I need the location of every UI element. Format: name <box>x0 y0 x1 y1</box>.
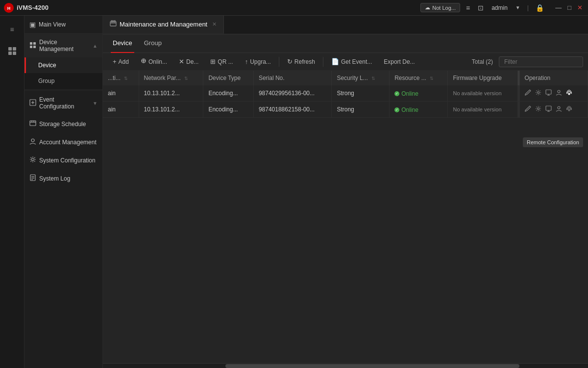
online-label: Onlin... <box>148 58 167 65</box>
remote-config-icon-1[interactable] <box>566 89 572 97</box>
toolbar-separator <box>279 57 279 67</box>
sidebar-header-account-management[interactable]: Account Management <box>24 133 102 151</box>
cell-name-1: ain <box>103 85 139 102</box>
tab-maintenance-label: Maintenance and Management <box>120 21 207 28</box>
horizontal-scrollbar[interactable] <box>103 363 588 368</box>
admin-label[interactable]: admin <box>490 4 510 11</box>
svg-rect-4 <box>8 52 12 55</box>
sidebar-header-system-log[interactable]: System Log <box>24 169 102 187</box>
cell-operation-1 <box>519 85 588 102</box>
sidebar-header-storage-schedule[interactable]: Storage Schedule <box>24 115 102 133</box>
close-btn[interactable]: ✕ <box>576 4 584 11</box>
account-management-icon <box>29 138 36 146</box>
minimize-btn[interactable]: — <box>554 4 563 11</box>
col-firmware: Firmware Upgrade <box>448 71 517 85</box>
online-button[interactable]: Onlin... <box>136 56 172 67</box>
sidebar-header-device-management[interactable]: Device Management ▲ <box>24 34 102 57</box>
lock-icon[interactable]: 🔒 <box>534 4 546 12</box>
tabbar: Maintenance and Management ✕ <box>103 16 588 34</box>
upgrade-button[interactable]: ↑ Upgra... <box>240 56 276 67</box>
settings-icon-2[interactable] <box>535 105 541 113</box>
cell-type-2: Encoding... <box>203 102 254 118</box>
upgrade-label: Upgra... <box>250 58 271 65</box>
cell-serial-2: 9874018862158-00... <box>253 102 332 118</box>
sidebar-header-event-configuration[interactable]: Event Configuration ▼ <box>24 91 102 115</box>
qr-button[interactable]: ⊞ QR ... <box>205 56 238 67</box>
add-label: Add <box>119 58 129 65</box>
edit-icon-1[interactable] <box>525 89 531 97</box>
hamburger-menu[interactable]: ≡ <box>2 20 22 39</box>
tab-maintenance-close[interactable]: ✕ <box>212 21 217 27</box>
event-configuration-arrow: ▼ <box>93 101 98 106</box>
total-label: Total (2) <box>472 58 493 65</box>
system-log-icon <box>29 174 36 183</box>
main-view-icon: ▣ <box>29 21 36 28</box>
get-event-button[interactable]: 📄 Get Event... <box>326 56 377 67</box>
svg-point-41 <box>568 109 570 111</box>
svg-rect-31 <box>546 90 551 94</box>
cell-security-2: Strong <box>332 102 390 118</box>
col-serial-no: Serial No. <box>253 71 332 85</box>
svg-point-35 <box>568 93 570 95</box>
svg-text:H: H <box>7 6 11 11</box>
maximize-btn[interactable]: □ <box>566 4 573 11</box>
get-event-icon: 📄 <box>331 58 339 65</box>
svg-rect-5 <box>13 52 16 55</box>
table-header: ...ti... ⇅ Network Par... ⇅ Device Type … <box>103 71 588 85</box>
sidebar-main-view[interactable]: ▣ Main View <box>24 16 102 34</box>
op-icons-1 <box>525 89 583 97</box>
col-security-level: Security L... ⇅ <box>332 71 390 85</box>
svg-rect-13 <box>30 121 36 126</box>
app-logo: H <box>4 3 14 13</box>
svg-point-40 <box>558 106 560 109</box>
tab-maintenance[interactable]: Maintenance and Management ✕ <box>103 16 224 34</box>
get-event-label: Get Event... <box>341 58 372 65</box>
grid-view-icon[interactable] <box>2 41 22 61</box>
col-network-param: Network Par... ⇅ <box>139 71 203 85</box>
sidebar-item-group[interactable]: Group <box>24 73 102 89</box>
export-button[interactable]: Export De... <box>379 56 419 67</box>
svg-point-30 <box>537 92 539 94</box>
list-icon[interactable]: ≡ <box>464 4 472 12</box>
status-badge-1: Online <box>394 90 418 97</box>
sidebar: ▣ Main View Device Management ▲ Device <box>24 16 103 368</box>
remote-config-icon-2[interactable] <box>566 105 572 113</box>
secondary-nav: Device Group <box>103 34 588 53</box>
main-view-label: Main View <box>39 21 66 28</box>
user-icon-2[interactable] <box>556 105 562 113</box>
sidebar-item-device[interactable]: Device <box>24 57 102 73</box>
secondary-nav-device[interactable]: Device <box>111 34 134 53</box>
svg-point-36 <box>537 108 539 110</box>
device-management-icon <box>29 42 36 50</box>
settings-icon-1[interactable] <box>535 89 541 97</box>
system-configuration-icon <box>29 156 36 164</box>
monitor-icon-2[interactable] <box>545 105 552 113</box>
account-management-label: Account Management <box>39 139 97 146</box>
delete-button[interactable]: ✕ De... <box>174 56 203 67</box>
svg-rect-3 <box>13 47 16 51</box>
sidebar-header-system-configuration[interactable]: System Configuration <box>24 151 102 169</box>
hscroll-thumb[interactable] <box>225 364 519 368</box>
delete-icon: ✕ <box>179 58 184 65</box>
secondary-nav-group[interactable]: Group <box>142 34 164 53</box>
filter-input[interactable] <box>499 56 583 67</box>
cloud-btn[interactable]: ☁ Not Log... <box>420 3 460 12</box>
icon-bar: ≡ <box>0 16 24 368</box>
main-layout: ≡ ▣ Main View <box>0 16 588 368</box>
titlebar: H iVMS-4200 ☁ Not Log... ≡ ⊡ admin ▼ | 🔒… <box>0 0 588 16</box>
user-icon-1[interactable] <box>556 89 562 97</box>
cell-resource-1: Online <box>390 85 448 102</box>
svg-rect-6 <box>30 42 32 45</box>
cell-resource-2: Online <box>390 102 448 118</box>
add-button[interactable]: + Add <box>108 56 134 67</box>
refresh-button[interactable]: ↻ Refresh <box>282 56 320 67</box>
status-dot-2 <box>394 107 399 112</box>
cloud-icon: ☁ <box>425 4 430 11</box>
monitor-icon[interactable]: ⊡ <box>476 4 486 12</box>
monitor-icon-1[interactable] <box>545 89 552 97</box>
admin-dropdown-icon[interactable]: ▼ <box>514 5 522 10</box>
edit-icon-2[interactable] <box>525 105 531 113</box>
add-icon: + <box>113 58 117 65</box>
qr-label: QR ... <box>218 58 233 65</box>
cell-network-2: 10.13.101.2... <box>139 102 203 118</box>
